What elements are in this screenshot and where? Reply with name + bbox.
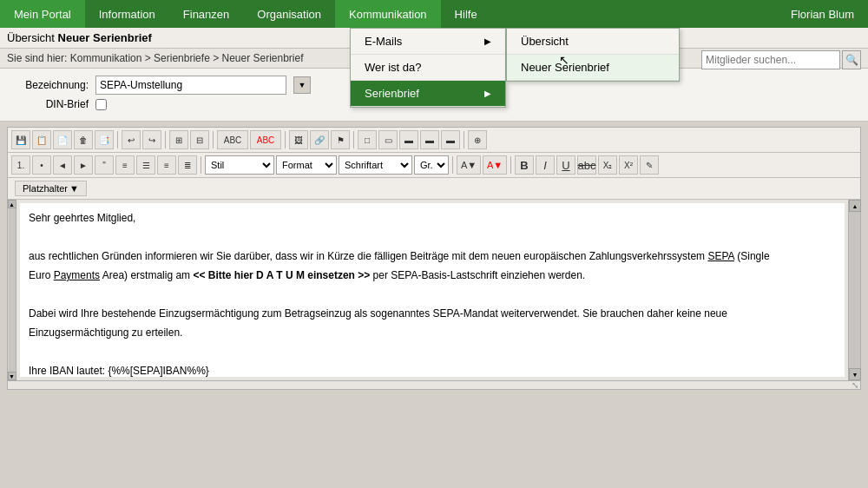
placeholder-label: Platzhalter xyxy=(23,183,68,194)
right-scroll-up[interactable]: ▲ xyxy=(849,200,861,212)
left-scroll-track xyxy=(9,208,16,372)
bezeichnung-input[interactable] xyxy=(95,76,286,95)
tb-clear-format-btn[interactable]: ✎ xyxy=(640,155,659,175)
right-scroll-down[interactable]: ▼ xyxy=(849,368,861,380)
search-icon: 🔍 xyxy=(845,54,858,66)
tb-btn5[interactable]: 📑 xyxy=(95,130,114,149)
tb-btn16[interactable]: ▭ xyxy=(378,130,398,149)
nav-item-hilfe[interactable]: Hilfe xyxy=(441,0,491,28)
tb-list-ol-btn[interactable]: 1. xyxy=(11,155,30,175)
placeholder-arrow-icon: ▼ xyxy=(69,183,79,194)
tb-outdent-btn[interactable]: ◄ xyxy=(53,155,72,175)
nav-item-information[interactable]: Information xyxy=(85,0,169,28)
left-scroll-down[interactable]: ▼ xyxy=(8,372,16,380)
user-name: Florian Blum xyxy=(777,0,868,28)
editor-wrapper: ▲ ▼ Sehr geehrtes Mitglied, aus rechtlic… xyxy=(8,200,860,380)
placeholder-button[interactable]: Platzhalter ▼ xyxy=(15,181,87,196)
tb-sep4 xyxy=(285,131,286,148)
tb-list-ul-btn[interactable]: • xyxy=(32,155,51,175)
nav-item-kommunikation[interactable]: Kommunikation xyxy=(335,0,441,28)
tb-link-btn[interactable]: 🔗 xyxy=(310,130,329,149)
tb-sep5 xyxy=(353,131,354,148)
editor-line-3: aus rechtlichen Gründen informieren wir … xyxy=(29,248,836,264)
tb-font-color-btn[interactable]: A▼ xyxy=(457,155,481,175)
tb-strikethrough-btn[interactable]: abc xyxy=(577,155,596,175)
nav-item-mein-portal[interactable]: Mein Portal xyxy=(0,0,85,28)
tb-indent-btn[interactable]: ► xyxy=(74,155,93,175)
right-scrollbar[interactable]: ▲ ▼ xyxy=(848,200,860,380)
dropdown-btn[interactable]: ▼ xyxy=(293,76,311,94)
tb-undo-btn[interactable]: ↩ xyxy=(122,130,141,149)
format-select[interactable]: Format xyxy=(276,155,337,175)
tb-align-center-btn[interactable]: ☰ xyxy=(136,155,155,175)
tb-sep8 xyxy=(452,156,453,174)
tb-quote-btn[interactable]: " xyxy=(95,155,114,175)
menu-item-emails-label: E-Mails xyxy=(365,35,402,48)
menu-item-serienbrief[interactable]: Serienbrief ▶ xyxy=(351,81,505,107)
tb-spell2-btn[interactable]: ABC xyxy=(250,130,281,149)
tb-superscript-btn[interactable]: X² xyxy=(619,155,638,175)
tb-subscript-btn[interactable]: X₂ xyxy=(598,155,617,175)
toolbar-row1: 💾 📋 📄 🗑 📑 ↩ ↪ ⊞ ⊟ ABC ABC 🖼 🔗 ⚑ □ ▭ ▬ ▬ … xyxy=(8,128,860,153)
tb-underline-btn[interactable]: U xyxy=(556,155,575,175)
menu-item-wer-label: Wer ist da? xyxy=(365,61,422,74)
groesse-select[interactable]: Gr... xyxy=(414,155,449,175)
tb-save-btn[interactable]: 💾 xyxy=(11,130,30,149)
tb-btn2[interactable]: 📋 xyxy=(32,130,51,149)
search-button[interactable]: 🔍 xyxy=(842,50,861,69)
menu-item-serienbrief-arrow: ▶ xyxy=(484,89,491,98)
tb-btn8[interactable]: ⊞ xyxy=(169,130,188,149)
tb-btn9[interactable]: ⊟ xyxy=(190,130,209,149)
tb-flag-btn[interactable]: ⚑ xyxy=(331,130,350,149)
editor-line-blank3 xyxy=(29,344,836,359)
tb-btn20[interactable]: ⊕ xyxy=(468,130,487,149)
left-scroll-up[interactable]: ▲ xyxy=(8,200,16,208)
menu-item-serienbrief-label: Serienbrief xyxy=(365,87,419,100)
stil-select[interactable]: Stil xyxy=(205,155,274,175)
tb-italic-btn[interactable]: I xyxy=(536,155,555,175)
tb-align-right-btn[interactable]: ≡ xyxy=(157,155,176,175)
tb-btn17[interactable]: ▬ xyxy=(399,130,418,149)
tb-btn3[interactable]: 📄 xyxy=(53,130,72,149)
din-brief-checkbox[interactable] xyxy=(95,99,107,110)
breadcrumb-path: Kommunikation > Serienbriefe > Neuer Ser… xyxy=(70,52,304,64)
editor-line-7: Einzugsermächtigung zu erteilen. xyxy=(29,325,836,340)
menu-item-emails[interactable]: E-Mails ▶ xyxy=(351,29,505,55)
resize-handle[interactable]: ⤡ xyxy=(8,380,860,389)
right-scroll-track xyxy=(849,212,860,368)
toolbar-row2: 1. • ◄ ► " ≡ ☰ ≡ ≣ Stil Format Schriftar… xyxy=(8,153,860,178)
menu-item-emails-arrow: ▶ xyxy=(484,36,491,46)
menu-item-wer-ist-da[interactable]: Wer ist da? xyxy=(351,55,505,81)
editor-line-blank1 xyxy=(29,229,836,245)
tb-highlight-btn[interactable]: A▼ xyxy=(483,155,507,175)
din-brief-label: DIN-Brief xyxy=(10,98,89,110)
editor-body[interactable]: Sehr geehrtes Mitglied, aus rechtlichen … xyxy=(20,203,845,377)
tb-spell-btn[interactable]: ABC xyxy=(217,130,248,149)
left-scrollbar[interactable]: ▲ ▼ xyxy=(8,200,16,380)
tb-sep9 xyxy=(510,156,511,174)
schriftart-select[interactable]: Schriftart xyxy=(339,155,412,175)
tb-image-btn[interactable]: 🖼 xyxy=(289,130,308,149)
overview-link[interactable]: Übersicht xyxy=(7,31,55,44)
submenu-item-uebersicht[interactable]: Übersicht xyxy=(507,29,679,55)
editor-line-greeting: Sehr geehrtes Mitglied, xyxy=(29,210,836,226)
editor-line-4: Euro Payments Area) erstmalig am << Bitt… xyxy=(29,267,836,283)
tb-sep7 xyxy=(201,156,201,174)
editor-line-iban: Ihre IBAN lautet: {%%[SEPA]IBAN%%} xyxy=(29,363,836,377)
placeholder-bar: Platzhalter ▼ xyxy=(8,178,860,200)
nav-item-finanzen[interactable]: Finanzen xyxy=(169,0,243,28)
tb-bold-btn[interactable]: B xyxy=(515,155,534,175)
search-input[interactable] xyxy=(701,50,840,69)
tb-justify-btn[interactable]: ≣ xyxy=(178,155,197,175)
tb-btn4[interactable]: 🗑 xyxy=(74,130,93,149)
top-navigation: Mein Portal Information Finanzen Organis… xyxy=(0,0,868,28)
nav-item-organisation[interactable]: Organisation xyxy=(243,0,335,28)
tb-btn19[interactable]: ▬ xyxy=(441,130,460,149)
tb-align-left-btn[interactable]: ≡ xyxy=(115,155,135,175)
tb-btn18[interactable]: ▬ xyxy=(420,130,439,149)
tb-btn15[interactable]: □ xyxy=(358,130,377,149)
tb-redo-btn[interactable]: ↪ xyxy=(142,130,161,149)
tb-sep2 xyxy=(165,131,166,148)
submenu-item-neuer-serienbrief[interactable]: Neuer Serienbrief xyxy=(507,55,679,81)
editor-line-blank2 xyxy=(29,287,836,302)
